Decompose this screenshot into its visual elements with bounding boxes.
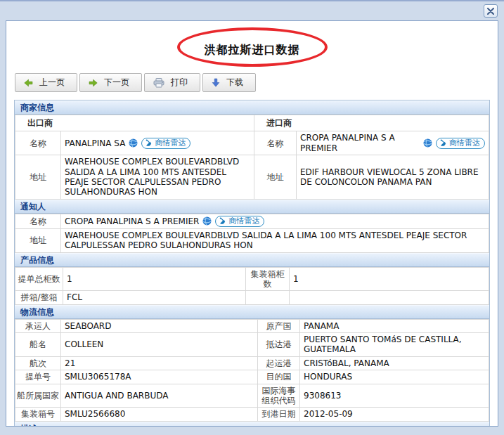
field-value: SEABOARD	[61, 319, 258, 332]
radar-icon	[145, 139, 153, 147]
field-label: 地址	[15, 155, 61, 200]
exporter-name: PANALPINA SA	[65, 138, 125, 148]
field-label: 抵达港	[258, 333, 300, 357]
download-button[interactable]: 下载	[202, 73, 256, 92]
arrow-down-icon	[212, 78, 220, 87]
field-label: 提单总柜数	[15, 267, 63, 291]
table-row: 航次 21 起运港 CRISTóBAL, PANAMA	[15, 356, 489, 370]
arrow-left-icon	[24, 79, 33, 87]
field-label: 起运港	[258, 356, 300, 370]
table-row: 名称 PANALPINA SA	[15, 131, 489, 155]
table-row: 提单号 SMLU3065178A 目的国 HONDURAS	[15, 370, 489, 384]
badge-label: 商情雷达	[449, 138, 480, 148]
field-label: 航次	[15, 356, 61, 370]
globe-icon[interactable]	[423, 138, 432, 148]
field-label: 集装箱号	[15, 408, 61, 421]
close-button[interactable]	[484, 4, 498, 18]
badge-label: 商情雷达	[228, 216, 259, 226]
merchant-table: 出口商 进口商 名称 PANALPINA SA	[15, 115, 489, 200]
prev-page-button[interactable]: 上一页	[15, 73, 77, 92]
close-icon	[487, 8, 494, 15]
globe-icon[interactable]	[129, 138, 138, 148]
field-value: COLLEEN	[61, 333, 258, 357]
notify-name: CROPA PANALPINA S A PREMIER	[65, 216, 199, 226]
field-value: PUERTO SANTO TOMáS DE CASTILLA, GUATEMAL…	[300, 333, 489, 357]
radar-icon	[439, 139, 447, 147]
print-label: 打印	[171, 77, 188, 89]
field-label: 拼箱/整箱	[15, 291, 63, 304]
field-value: 1	[63, 267, 246, 291]
field-label: 承运人	[15, 319, 61, 332]
table-row: 承运人 SEABOARD 原产国 PANAMA	[15, 319, 489, 332]
field-value: SMLU3065178A	[61, 370, 258, 384]
section-header-product: 产品信息	[15, 253, 489, 267]
section-header-merchant: 商家信息	[15, 100, 489, 115]
field-value: FCL	[63, 291, 246, 304]
section-header-description: 描述	[15, 422, 489, 427]
section-header-notify: 通知人	[15, 200, 489, 214]
field-value: 9308613	[300, 384, 489, 408]
logistics-table: 承运人 SEABOARD 原产国 PANAMA 船名 COLLEEN 抵达港 P…	[15, 319, 489, 422]
importer-name: CROPA PANALPINA S A PREMIER	[300, 133, 420, 153]
radar-icon	[219, 217, 226, 225]
next-page-label: 下一页	[104, 77, 129, 89]
prev-page-label: 上一页	[39, 77, 65, 89]
window-titlebar	[0, 1, 504, 20]
field-label: 到港日期	[258, 408, 300, 421]
field-label: 原产国	[258, 319, 300, 332]
exporter-address: WAREHOUSE COMPLEX BOULEVARDBLVD SALIDA A…	[61, 155, 254, 200]
table-row: 船所属国家 ANTIGUA AND BARBUDA 国际海事组织代码 93086…	[15, 384, 489, 408]
table-row: 出口商 进口商	[15, 115, 489, 131]
next-page-button[interactable]: 下一页	[79, 73, 142, 92]
table-row: 提单总柜数 1 集装箱柜数 1	[15, 267, 489, 291]
field-label: 名称	[254, 131, 297, 155]
field-value: SMLU2566680	[61, 408, 258, 421]
field-label: 名称	[15, 131, 61, 155]
field-value	[290, 291, 489, 304]
page-title: 洪都拉斯进口数据	[6, 43, 498, 58]
field-label: 目的国	[258, 370, 300, 384]
print-button[interactable]: 打印	[144, 73, 200, 92]
table-row: 船名 COLLEEN 抵达港 PUERTO SANTO TOMáS DE CAS…	[15, 333, 489, 357]
badge-label: 商情雷达	[155, 138, 186, 148]
business-radar-badge[interactable]: 商情雷达	[215, 216, 264, 227]
product-table: 提单总柜数 1 集装箱柜数 1 拼箱/整箱 FCL	[15, 267, 489, 305]
arrow-right-icon	[89, 79, 98, 87]
table-row: 拼箱/整箱 FCL	[15, 291, 489, 304]
field-label: 地址	[254, 155, 297, 200]
field-label: 提单号	[15, 370, 61, 384]
field-label: 集装箱柜数	[246, 267, 290, 291]
table-row: 集装箱号 SMLU2566680 到港日期 2012-05-09	[15, 408, 489, 421]
exporter-header: 出口商	[15, 115, 254, 131]
business-radar-badge[interactable]: 商情雷达	[141, 138, 190, 149]
table-row: 地址 WAREHOUSE COMPLEX BOULEVARDBLVD SALID…	[15, 228, 489, 252]
importer-header: 进口商	[254, 115, 489, 131]
field-label: 地址	[15, 228, 61, 252]
field-label: 名称	[15, 214, 61, 228]
field-value: ANTIGUA AND BARBUDA	[61, 384, 258, 408]
notify-address: WAREHOUSE COMPLEX BOULEVARDBLVD SALIDA A…	[61, 228, 489, 252]
field-label	[246, 291, 290, 304]
notify-table: 名称 CROPA PANALPINA S A PREMIER	[15, 214, 489, 253]
section-header-logistics: 物流信息	[15, 305, 489, 319]
field-label: 国际海事组织代码	[258, 384, 300, 408]
field-value: 1	[290, 267, 489, 291]
dialog-content-panel: 洪都拉斯进口数据 上一页 下一页	[6, 20, 498, 427]
printer-icon	[153, 78, 164, 88]
table-row: 名称 CROPA PANALPINA S A PREMIER	[15, 214, 489, 228]
download-label: 下载	[226, 77, 243, 89]
business-radar-badge[interactable]: 商情雷达	[436, 138, 485, 149]
globe-icon[interactable]	[202, 216, 212, 226]
field-value: PANAMA	[300, 319, 489, 332]
table-row: 地址 WAREHOUSE COMPLEX BOULEVARDBLVD SALID…	[15, 155, 489, 200]
record-detail-table: 商家信息 出口商 进口商 名称 PANALPINA SA	[14, 100, 490, 427]
field-value: CRISTóBAL, PANAMA	[300, 356, 489, 370]
title-area: 洪都拉斯进口数据	[6, 21, 498, 72]
field-value: 2012-05-09	[300, 408, 489, 421]
field-label: 船所属国家	[15, 384, 61, 408]
toolbar: 上一页 下一页 打印	[15, 73, 498, 92]
field-value: HONDURAS	[300, 370, 489, 384]
field-label: 船名	[15, 333, 61, 357]
importer-address: EDIF HARBOUR VIEWLOCAL 5 ZONA LIBRE DE C…	[297, 155, 489, 200]
field-value: 21	[61, 356, 258, 370]
